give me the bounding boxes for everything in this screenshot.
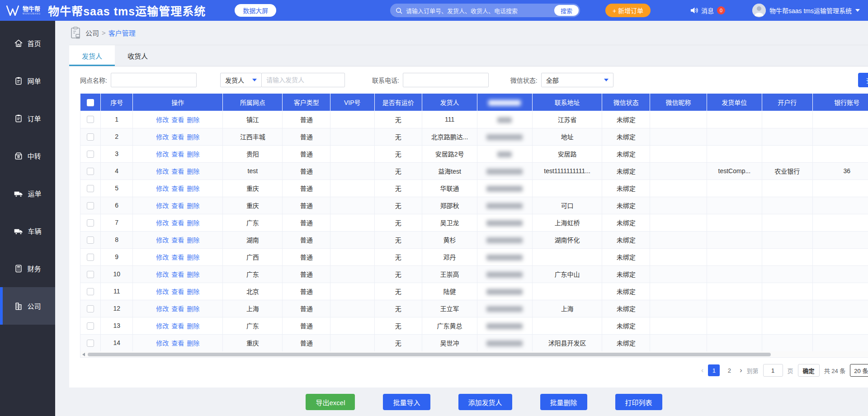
cell-actions: 修改查看删除 bbox=[133, 265, 223, 283]
row-action-link[interactable]: 查看 bbox=[171, 254, 184, 261]
phone-input[interactable] bbox=[403, 73, 489, 87]
row-action-link[interactable]: 修改 bbox=[156, 151, 169, 158]
row-action-link[interactable]: 查看 bbox=[171, 219, 184, 227]
sidebar-item-company[interactable]: 公司 bbox=[0, 287, 55, 325]
row-action-link[interactable]: 删除 bbox=[187, 271, 199, 278]
row-checkbox[interactable] bbox=[87, 340, 94, 347]
sidebar-item-transfer[interactable]: 中转 bbox=[0, 137, 55, 175]
row-checkbox[interactable] bbox=[87, 168, 94, 175]
row-action-link[interactable]: 修改 bbox=[156, 340, 169, 347]
row-action-link[interactable]: 删除 bbox=[187, 219, 199, 227]
row-checkbox[interactable] bbox=[87, 254, 94, 261]
sidebar-item-vehicle[interactable]: 车辆 bbox=[0, 212, 55, 250]
row-action-link[interactable]: 修改 bbox=[156, 322, 169, 330]
page-number-2[interactable]: 2 bbox=[723, 364, 735, 376]
row-action-link[interactable]: 修改 bbox=[156, 288, 169, 295]
page-size-select[interactable]: 20 条/页 bbox=[850, 364, 868, 377]
horizontal-scroll-thumb[interactable] bbox=[88, 353, 771, 356]
batch-import-button[interactable]: 批量导入 bbox=[383, 394, 430, 410]
wechat-status-select[interactable]: 全部 bbox=[541, 73, 613, 87]
row-checkbox[interactable] bbox=[87, 236, 94, 244]
row-action-link[interactable]: 删除 bbox=[187, 202, 199, 209]
messages-badge: 0 bbox=[717, 6, 725, 14]
consignor-input[interactable] bbox=[261, 73, 345, 87]
global-search[interactable]: 请输入订单号、发货人、收货人、电话搜索 搜索 bbox=[390, 4, 580, 17]
row-action-link[interactable]: 修改 bbox=[156, 202, 169, 209]
row-action-link[interactable]: 查看 bbox=[171, 116, 184, 123]
row-action-link[interactable]: 查看 bbox=[171, 322, 184, 330]
goto-page-input[interactable] bbox=[763, 364, 783, 377]
sidebar-item-waybill[interactable]: 运单 bbox=[0, 175, 55, 212]
row-action-link[interactable]: 修改 bbox=[156, 271, 169, 278]
row-checkbox[interactable] bbox=[87, 219, 94, 227]
consignor-type-select[interactable]: 发货人 bbox=[220, 73, 262, 87]
sidebar-item-finance[interactable]: 财务 bbox=[0, 250, 55, 287]
data-screen-button[interactable]: 数据大屏 bbox=[235, 4, 276, 17]
export-excel-button[interactable]: 导出excel bbox=[306, 394, 355, 410]
row-action-link[interactable]: 删除 bbox=[187, 322, 199, 330]
next-page-icon[interactable]: › bbox=[740, 366, 742, 374]
add-consignor-button[interactable]: 添加发货人 bbox=[458, 394, 512, 410]
messages[interactable]: 消息 0 bbox=[690, 6, 725, 15]
row-action-link[interactable]: 查看 bbox=[171, 271, 184, 278]
row-checkbox[interactable] bbox=[87, 288, 94, 295]
row-action-link[interactable]: 查看 bbox=[171, 288, 184, 295]
row-action-link[interactable]: 删除 bbox=[187, 236, 199, 244]
phone-redacted-blob bbox=[486, 255, 523, 260]
scroll-left-icon[interactable] bbox=[80, 351, 87, 357]
row-checkbox[interactable] bbox=[87, 271, 94, 278]
sidebar-item-netorder[interactable]: 网单 bbox=[0, 62, 55, 99]
row-action-link[interactable]: 查看 bbox=[171, 168, 184, 175]
row-action-link[interactable]: 删除 bbox=[187, 185, 199, 192]
tab-consignor[interactable]: 发货人 bbox=[69, 45, 115, 66]
goto-confirm-button[interactable]: 确定 bbox=[798, 364, 820, 377]
row-action-link[interactable]: 查看 bbox=[171, 133, 184, 141]
account-menu[interactable]: 物牛帮saas tms运输管理系统 bbox=[752, 4, 860, 17]
row-checkbox[interactable] bbox=[87, 133, 94, 141]
tab-consignee[interactable]: 收货人 bbox=[115, 45, 160, 66]
batch-delete-button[interactable]: 批量删除 bbox=[540, 394, 587, 410]
row-action-link[interactable]: 删除 bbox=[187, 151, 199, 158]
row-action-link[interactable]: 修改 bbox=[156, 219, 169, 227]
site-name-input[interactable] bbox=[111, 73, 197, 87]
row-action-link[interactable]: 查看 bbox=[171, 151, 184, 158]
row-checkbox[interactable] bbox=[87, 151, 94, 158]
row-action-link[interactable]: 删除 bbox=[187, 254, 199, 261]
row-action-link[interactable]: 删除 bbox=[187, 116, 199, 123]
row-checkbox[interactable] bbox=[87, 322, 94, 330]
row-action-link[interactable]: 查看 bbox=[171, 185, 184, 192]
new-order-button[interactable]: + 新增订单 bbox=[605, 4, 651, 17]
search-button[interactable]: 搜索 bbox=[554, 5, 579, 16]
breadcrumb-current[interactable]: 客户管理 bbox=[108, 28, 136, 38]
row-action-link[interactable]: 修改 bbox=[156, 185, 169, 192]
query-button[interactable]: 查询 bbox=[858, 73, 868, 87]
page-number-1[interactable]: 1 bbox=[708, 364, 720, 376]
sidebar-item-home[interactable]: 首页 bbox=[0, 24, 55, 62]
row-action-link[interactable]: 修改 bbox=[156, 305, 169, 312]
row-action-link[interactable]: 删除 bbox=[187, 168, 199, 175]
select-all-checkbox[interactable] bbox=[87, 99, 94, 106]
row-action-link[interactable]: 修改 bbox=[156, 168, 169, 175]
row-action-link[interactable]: 删除 bbox=[187, 305, 199, 312]
row-action-link[interactable]: 修改 bbox=[156, 236, 169, 244]
row-action-link[interactable]: 修改 bbox=[156, 133, 169, 141]
row-action-link[interactable]: 删除 bbox=[187, 340, 199, 347]
row-action-link[interactable]: 删除 bbox=[187, 288, 199, 295]
print-list-button[interactable]: 打印列表 bbox=[615, 394, 662, 410]
row-checkbox[interactable] bbox=[87, 202, 94, 209]
row-checkbox[interactable] bbox=[87, 116, 94, 123]
row-action-link[interactable]: 查看 bbox=[171, 236, 184, 244]
horizontal-scrollbar[interactable] bbox=[80, 351, 868, 358]
row-action-link[interactable]: 删除 bbox=[187, 133, 199, 141]
row-action-link[interactable]: 查看 bbox=[171, 202, 184, 209]
prev-page-icon[interactable]: ‹ bbox=[701, 366, 703, 374]
row-action-link[interactable]: 查看 bbox=[171, 340, 184, 347]
row-action-link[interactable]: 修改 bbox=[156, 254, 169, 261]
row-checkbox[interactable] bbox=[87, 185, 94, 192]
row-checkbox[interactable] bbox=[87, 305, 94, 312]
sidebar-item-order[interactable]: 订单 bbox=[0, 99, 55, 137]
breadcrumb-root[interactable]: 公司 bbox=[85, 28, 99, 38]
row-action-link[interactable]: 查看 bbox=[171, 305, 184, 312]
row-action-link[interactable]: 修改 bbox=[156, 116, 169, 123]
select-all-header[interactable] bbox=[80, 94, 101, 111]
